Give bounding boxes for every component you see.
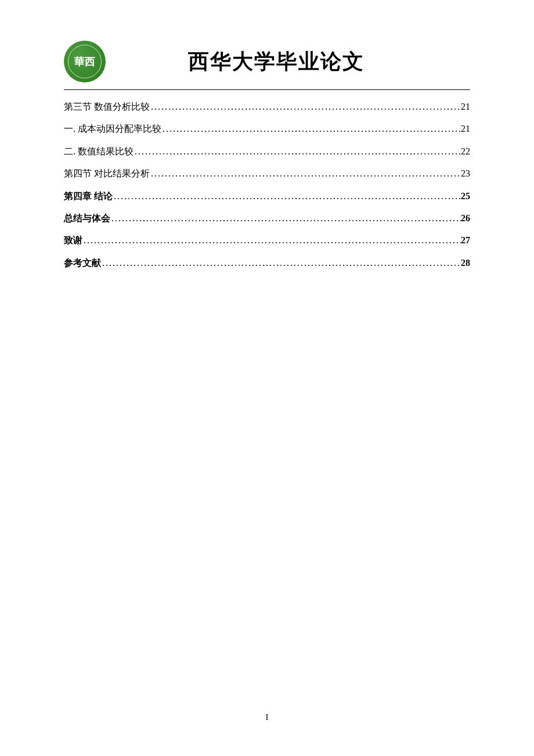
page-header: 華西 西华大学毕业论文 <box>64 41 470 82</box>
toc-entry-label: 第四章 结论 <box>64 190 113 203</box>
toc-leader-dots <box>150 100 461 113</box>
toc-entry-label: 致谢 <box>64 234 82 247</box>
toc-leader-dots <box>161 123 461 135</box>
toc-entry: 第四章 结论25 <box>64 190 470 203</box>
toc-leader-dots <box>134 145 461 158</box>
toc-entry: 参考文献28 <box>64 257 470 269</box>
toc-entry-label: 第三节 数值分析比较 <box>64 100 150 113</box>
toc-entry-label: 总结与体会 <box>64 212 110 225</box>
toc-entry-label: 二. 数值结果比较 <box>64 145 134 158</box>
toc-leader-dots <box>101 257 461 269</box>
toc-entry-label: 第四节 对比结果分析 <box>64 167 150 180</box>
toc-entry: 总结与体会26 <box>64 212 470 225</box>
toc-entry-page: 28 <box>461 257 470 269</box>
document-page: 華西 西华大学毕业论文 第三节 数值分析比较21一. 成本动因分配率比较21二.… <box>0 0 534 314</box>
university-logo: 華西 <box>64 41 106 82</box>
toc-entry-label: 一. 成本动因分配率比较 <box>64 123 161 135</box>
toc-leader-dots <box>82 234 461 247</box>
toc-entry: 一. 成本动因分配率比较21 <box>64 123 470 135</box>
toc-entry: 致谢27 <box>64 234 470 247</box>
toc-leader-dots <box>113 190 461 203</box>
toc-leader-dots <box>150 167 461 180</box>
page-number: I <box>0 712 534 722</box>
toc-leader-dots <box>110 212 461 225</box>
document-title: 西华大学毕业论文 <box>106 48 470 76</box>
toc-entry-page: 23 <box>461 167 470 180</box>
toc-entry: 第三节 数值分析比较21 <box>64 100 470 113</box>
toc-entry-page: 27 <box>461 234 470 247</box>
toc-entry-page: 22 <box>461 145 470 158</box>
logo-inner-ring: 華西 <box>68 45 102 78</box>
toc-entry: 二. 数值结果比较22 <box>64 145 470 158</box>
logo-text: 華西 <box>74 56 95 67</box>
toc-entry-label: 参考文献 <box>64 257 101 269</box>
toc-entry-page: 25 <box>461 190 470 203</box>
table-of-contents: 第三节 数值分析比较21一. 成本动因分配率比较21二. 数值结果比较22第四节… <box>64 100 470 269</box>
header-divider <box>64 89 470 90</box>
toc-entry-page: 21 <box>461 123 470 135</box>
toc-entry-page: 21 <box>461 100 470 113</box>
toc-entry: 第四节 对比结果分析23 <box>64 167 470 180</box>
toc-entry-page: 26 <box>461 212 470 225</box>
